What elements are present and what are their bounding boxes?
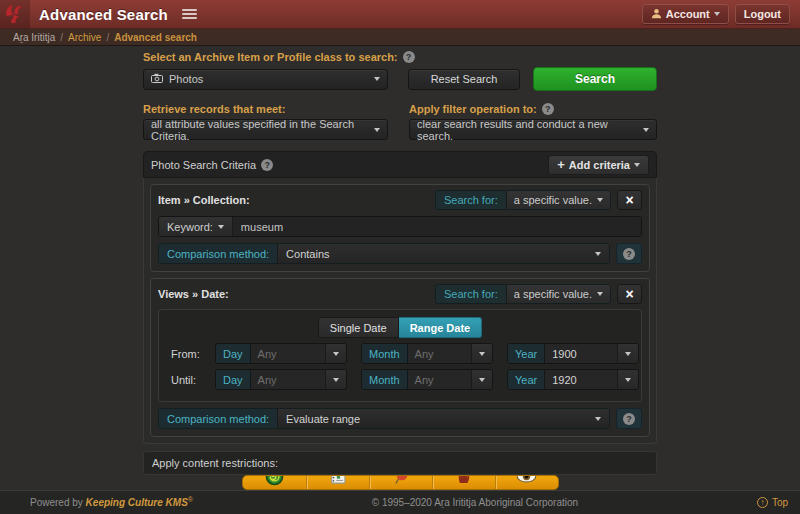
chevron-down-icon (625, 352, 631, 356)
arrow-up-icon (757, 497, 768, 508)
search-button[interactable]: Search (533, 67, 657, 91)
comparison-method-label: Comparison method: (159, 409, 277, 428)
copyright-text: © 1995–2020 Aṟa Irititja Aboriginal Corp… (193, 497, 757, 508)
chevron-down-icon (333, 352, 339, 356)
until-day-select[interactable]: Day Any (215, 369, 347, 390)
criteria-panel: Photo Search Criteria Add criteria Item … (143, 151, 657, 444)
keyword-mode-button[interactable]: Keyword: (159, 217, 233, 236)
criteria-panel-header: Photo Search Criteria Add criteria (143, 151, 657, 178)
keeping-culture-link[interactable]: Keeping Culture KMS (86, 498, 188, 509)
content-restrictions-bar[interactable]: Apply content restrictions: (143, 451, 657, 475)
person-icon (651, 8, 662, 21)
help-icon[interactable] (403, 51, 415, 63)
comparison-method-label: Comparison method: (159, 244, 277, 263)
chevron-down-icon (714, 12, 720, 16)
start-spiral-icon (265, 475, 284, 488)
app-header: Advanced Search Account Logout (0, 0, 800, 29)
retrieve-mode-select[interactable]: all attribute values specified in the Se… (143, 119, 388, 140)
filter-operation-label: Apply filter operation to: (409, 103, 657, 115)
comparison-method-select[interactable]: Contains (277, 244, 609, 263)
tab-single-date[interactable]: Single Date (318, 317, 399, 338)
chevron-down-icon (595, 417, 601, 421)
search-for-label: Search for: (436, 285, 506, 303)
chevron-down-icon (218, 225, 224, 229)
chevron-down-icon (374, 77, 380, 81)
chevron-down-icon (479, 378, 485, 382)
search-for-select[interactable]: a specific value. (506, 285, 610, 303)
comparison-help-button[interactable] (616, 408, 642, 429)
criteria-title: Views » Date: (158, 288, 229, 300)
date-row-from: From: Day Any Month Any (171, 343, 641, 364)
class-select-label: Select an Archive Item or Profile class … (143, 51, 657, 63)
remove-criteria-button[interactable] (617, 284, 642, 304)
until-year-select[interactable]: Year 1920 (507, 369, 639, 390)
map-pin-icon (392, 475, 409, 487)
filter-operation-select[interactable]: clear search results and conduct a new s… (409, 119, 657, 140)
camera-icon (151, 73, 163, 85)
toolbar-albums-button[interactable]: Albums (306, 476, 369, 489)
page-title: Advanced Search (39, 6, 168, 23)
from-month-select[interactable]: Month Any (361, 343, 493, 364)
app-logo[interactable] (0, 0, 30, 28)
logout-button[interactable]: Logout (735, 4, 790, 24)
breadcrumb-archive[interactable]: Archive (68, 32, 101, 43)
chevron-down-icon (597, 292, 603, 296)
criteria-card-date: Views » Date: Search for: a specific val… (150, 278, 650, 437)
back-to-top-link[interactable]: Top (757, 497, 788, 508)
help-icon[interactable] (261, 159, 273, 171)
criteria-card-collection: Item » Collection: Search for: a specifi… (150, 184, 650, 272)
date-row-until: Until: Day Any Month Any (171, 369, 641, 390)
plus-icon (557, 157, 565, 172)
criteria-panel-title: Photo Search Criteria (151, 159, 256, 171)
comparison-method-select[interactable]: Evaluate range (277, 409, 609, 428)
bottom-toolbar: Start Albums (242, 475, 559, 490)
chevron-down-icon (634, 163, 640, 167)
criteria-title: Item » Collection: (158, 194, 250, 206)
date-range-panel: Single Date Range Date From: Day Any (158, 309, 642, 402)
logo-bird-icon (4, 3, 26, 26)
item-view-eye-icon (516, 475, 537, 486)
menu-hamburger-icon[interactable] (179, 6, 200, 22)
add-criteria-button[interactable]: Add criteria (548, 155, 649, 175)
chevron-down-icon (374, 128, 380, 132)
breadcrumb: Aṟa Irititja / Archive / Advanced search (0, 29, 800, 46)
toolbar-results-button[interactable]: Results (432, 476, 495, 489)
keyword-input[interactable] (233, 217, 641, 236)
breadcrumb-home[interactable]: Aṟa Irititja (13, 32, 55, 43)
until-month-select[interactable]: Month Any (361, 369, 493, 390)
chevron-down-icon (597, 198, 603, 202)
toolbar-item-view-button[interactable]: Item View (495, 476, 558, 489)
help-icon (623, 248, 635, 260)
from-year-select[interactable]: Year 1900 (507, 343, 639, 364)
from-day-select[interactable]: Day Any (215, 343, 347, 364)
albums-icon (329, 475, 346, 486)
account-button[interactable]: Account (642, 4, 729, 24)
chevron-down-icon (333, 378, 339, 382)
retrieve-label: Retrieve records that meet: (143, 103, 388, 115)
tab-range-date[interactable]: Range Date (399, 317, 483, 338)
results-hand-icon (455, 475, 472, 486)
chevron-down-icon (479, 352, 485, 356)
toolbar-start-button[interactable]: Start (243, 476, 306, 489)
toolbar-map-button[interactable]: Map (369, 476, 432, 489)
archive-class-select[interactable]: Photos (143, 69, 388, 90)
breadcrumb-current: Advanced search (114, 32, 197, 43)
footer: Powered by Keeping Culture KMS® © 1995–2… (0, 490, 800, 514)
chevron-down-icon (643, 128, 649, 132)
comparison-help-button[interactable] (616, 243, 642, 264)
chevron-down-icon (595, 252, 601, 256)
chevron-down-icon (625, 378, 631, 382)
help-icon (623, 413, 635, 425)
remove-criteria-button[interactable] (617, 190, 642, 210)
reset-search-button[interactable]: Reset Search (408, 69, 520, 90)
search-for-label: Search for: (436, 191, 506, 209)
help-icon[interactable] (542, 103, 554, 115)
search-for-select[interactable]: a specific value. (506, 191, 610, 209)
